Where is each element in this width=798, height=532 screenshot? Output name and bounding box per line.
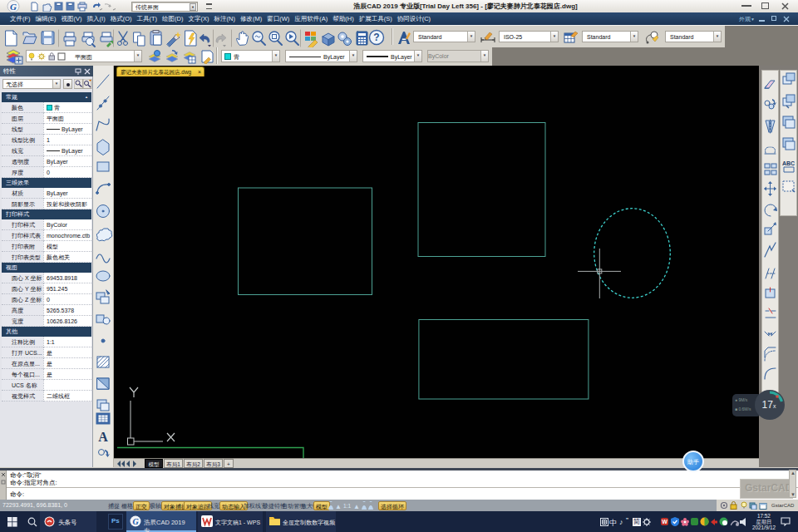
svg-text:?: ? [373,32,379,43]
svg-text:A: A [98,430,108,444]
svg-text:17x: 17x [762,399,776,411]
svg-text:▲: ▲ [335,503,342,510]
svg-text:G: G [132,517,139,526]
svg-text:ABC: ABC [782,160,795,166]
svg-text:G: G [10,2,17,12]
svg-text:1:1: 1:1 [343,503,351,509]
svg-text:▲: ▲ [353,503,360,510]
